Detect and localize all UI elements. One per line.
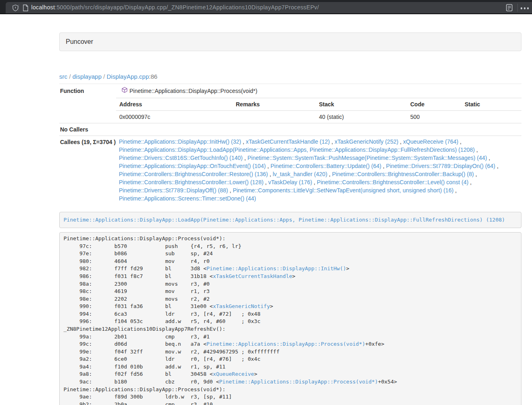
loadapp-link[interactable]: Pinetime::Applications::DisplayApp::Load…: [64, 217, 505, 223]
urlbar-separator-right: [517, 4, 518, 12]
callees-label: Callees (19, Σ=3704 ): [59, 136, 116, 206]
function-symbol: Pinetime::Applications::DisplayApp::Proc…: [129, 87, 257, 95]
url-path: :5000/path/src/displayapp/DisplayApp.cpp…: [55, 4, 319, 11]
code-symbol-link[interactable]: xQueueReceive: [213, 371, 254, 377]
function-detail-table: Address Remarks Stack Code Static 0x0000…: [116, 98, 521, 123]
callee-line: Pinetime::Drivers::Cst816S::GetTouchInfo…: [119, 154, 521, 162]
callee-link[interactable]: Pinetime::Applications::Screens::Timer::…: [119, 195, 256, 202]
callee-link[interactable]: Pinetime::Controllers::BrightnessControl…: [317, 179, 468, 185]
no-callers-label: No Callers: [59, 123, 116, 136]
url-text[interactable]: localhost:5000/path/src/displayapp/Displ…: [31, 4, 319, 11]
callee-link[interactable]: Pinetime::Drivers::St7789::DisplayOn() (…: [386, 163, 495, 169]
callees-row: Callees (19, Σ=3704 ) Pinetime::Applicat…: [59, 136, 521, 206]
breadcrumb-link-displayapp[interactable]: displayapp: [73, 73, 102, 80]
callee-line: Pinetime::Drivers::St7789::DisplayOff() …: [119, 186, 521, 194]
breadcrumb: src / displayapp / DisplayApp.cpp:86: [59, 73, 521, 84]
callee-link[interactable]: Pinetime::Controllers::BrightnessControl…: [119, 179, 263, 185]
url-bar[interactable]: localhost:5000/path/src/displayapp/Displ…: [6, 2, 532, 13]
callee-link[interactable]: xTaskGetCurrentTaskHandle (12): [246, 138, 330, 145]
disassembly-block: Pinetime::Applications::DisplayApp::Proc…: [59, 232, 521, 405]
callee-link[interactable]: Pinetime::Drivers::Cst816S::GetTouchInfo…: [119, 155, 243, 161]
callee-line: Pinetime::Controllers::BrightnessControl…: [119, 170, 521, 178]
page-title: Puncover: [66, 38, 93, 45]
code-symbol-link[interactable]: xTaskGenericNotify: [213, 303, 270, 309]
callee-link[interactable]: Pinetime::Drivers::St7789::DisplayOff() …: [119, 187, 228, 194]
callee-link[interactable]: Pinetime::Applications::DisplayApp::OnTo…: [119, 163, 266, 169]
cube-icon: [122, 87, 127, 95]
detail-data-row: 0x0000097c 40 (static) 500: [116, 110, 521, 123]
function-symbol-line: Pinetime::Applications::DisplayApp::Proc…: [116, 84, 521, 98]
code-symbol-link[interactable]: Pinetime::Applications::DisplayApp::Proc…: [207, 341, 365, 347]
callee-link[interactable]: vTaskDelay (176): [268, 179, 312, 185]
callee-line: Pinetime::Applications::Screens::Timer::…: [119, 194, 521, 202]
callee-link[interactable]: Pinetime::Components::LittleVgl::SetNewT…: [233, 187, 454, 194]
callee-line: Pinetime::Controllers::BrightnessControl…: [119, 178, 521, 186]
cell-address: 0x0000097c: [116, 111, 233, 123]
callee-link[interactable]: Pinetime::System::SystemTask::PushMessag…: [248, 155, 487, 161]
overflow-menu-icon[interactable]: [521, 7, 529, 9]
function-label: Function: [59, 84, 116, 123]
header-code: Code: [407, 98, 461, 110]
callee-link[interactable]: Pinetime::Controllers::BrightnessControl…: [332, 171, 474, 177]
function-row: Function Pinetime::Applications::Display…: [59, 84, 521, 123]
callee-line: Pinetime::Applications::DisplayApp::OnTo…: [119, 162, 521, 170]
callee-link[interactable]: lv_task_handler (420): [273, 171, 327, 177]
header-stack: Stack: [316, 98, 407, 110]
code-symbol-link[interactable]: Pinetime::Applications::DisplayApp::Proc…: [219, 379, 378, 385]
cell-remarks: [233, 111, 316, 123]
callee-link[interactable]: xTaskGenericNotify (252): [334, 138, 398, 145]
breadcrumb-line-number: :86: [149, 73, 157, 80]
header-address: Address: [116, 98, 233, 110]
url-host: localhost: [31, 4, 55, 11]
loadapp-panel: Pinetime::Applications::DisplayApp::Load…: [59, 212, 521, 228]
page-icon[interactable]: [23, 4, 28, 13]
cell-code: 500: [407, 111, 461, 123]
header-remarks: Remarks: [233, 98, 316, 110]
breadcrumb-separator: /: [69, 73, 71, 80]
urlbar-separator-left: [19, 4, 19, 11]
cell-stack: 40 (static): [316, 111, 407, 123]
code-symbol-link[interactable]: xTaskGetCurrentTaskHandle: [213, 273, 292, 279]
function-info-table: Function Pinetime::Applications::Display…: [59, 84, 521, 206]
callee-link[interactable]: Pinetime::Applications::DisplayApp::Load…: [119, 146, 475, 153]
callees-list: Pinetime::Applications::DisplayApp::Init…: [116, 136, 521, 206]
callee-link[interactable]: Pinetime::Controllers::BrightnessControl…: [119, 171, 268, 177]
code-symbol-link[interactable]: Pinetime::Applications::DisplayApp::Init…: [207, 265, 346, 271]
breadcrumb-link-file[interactable]: DisplayApp.cpp: [107, 73, 149, 80]
callee-line: Pinetime::Applications::DisplayApp::Init…: [119, 138, 521, 146]
browser-toolbar: localhost:5000/path/src/displayapp/Displ…: [0, 0, 532, 13]
reader-mode-icon[interactable]: [506, 4, 513, 13]
app-title-panel: Puncover: [59, 32, 521, 51]
header-static: Static: [461, 98, 521, 110]
breadcrumb-link-src[interactable]: src: [59, 73, 67, 80]
callee-link[interactable]: Pinetime::Controllers::Battery::Update()…: [271, 163, 381, 169]
callee-link[interactable]: xQueueReceive (764): [403, 138, 458, 145]
callee-line: Pinetime::Applications::DisplayApp::Load…: [119, 146, 521, 154]
cell-static: [461, 111, 521, 123]
detail-header-row: Address Remarks Stack Code Static: [116, 98, 521, 110]
callee-link[interactable]: Pinetime::Applications::DisplayApp::Init…: [119, 138, 241, 145]
no-callers-row: No Callers: [59, 123, 521, 136]
breadcrumb-separator: /: [103, 73, 105, 80]
shield-icon[interactable]: [12, 4, 19, 13]
chrome-page-divider: [0, 13, 532, 14]
